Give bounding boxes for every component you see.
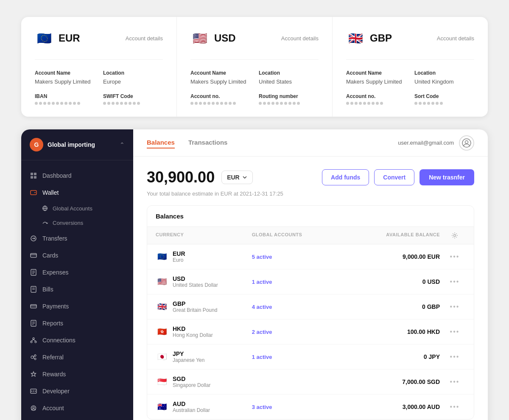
- gbp-details-link[interactable]: Account details: [437, 35, 474, 42]
- eur-flag: 🇪🇺: [35, 29, 53, 48]
- currency-name-usd: United States Dollar: [173, 282, 218, 288]
- brand-name: Global importing: [48, 141, 95, 148]
- flag-aud: 🇦🇺: [156, 400, 168, 413]
- balances-table-title: Balances: [147, 206, 474, 227]
- sidebar-item-wallet[interactable]: Wallet: [21, 184, 133, 201]
- sidebar-item-rewards[interactable]: Rewards: [21, 366, 133, 383]
- gbp-account-name-label: Account Name: [346, 70, 406, 76]
- sidebar-item-bills[interactable]: Bills: [21, 281, 133, 298]
- table-row-gbp: 🇬🇧 GBP Great Britain Pound 4 active 0 GB…: [147, 294, 474, 319]
- tab-transactions[interactable]: Transactions: [188, 137, 228, 148]
- currency-selector[interactable]: EUR: [221, 171, 253, 184]
- eur-currency-name: EUR: [59, 32, 80, 44]
- row-menu-jpy[interactable]: •••: [444, 353, 465, 361]
- svg-rect-2: [31, 176, 33, 179]
- gbp-card: 🇬🇧 GBP Account details Account Name Make…: [333, 17, 488, 117]
- balance-row: 30,900.00 EUR Add funds Convert New tras…: [147, 168, 474, 186]
- sidebar-nav: Dashboard Wallet: [21, 160, 133, 420]
- svg-rect-19: [31, 305, 36, 308]
- eur-details-link[interactable]: Account details: [126, 35, 163, 42]
- balance-eur: 9,000.00 EUR: [348, 253, 444, 260]
- sidebar-item-label-dashboard: Dashboard: [42, 172, 72, 179]
- sidebar-item-connections[interactable]: Connections: [21, 332, 133, 349]
- expenses-icon: [30, 269, 37, 276]
- currency-cell-jpy: 🇯🇵 JPY Japanese Yen: [156, 350, 252, 363]
- active-badge-jpy[interactable]: 1 active: [252, 354, 348, 360]
- user-avatar[interactable]: [459, 135, 474, 151]
- balances-table: Balances CURRENCY GLOBAL ACCOUNTS AVAILA…: [147, 205, 474, 420]
- currency-code-aud: AUD: [173, 400, 210, 407]
- row-menu-eur[interactable]: •••: [444, 253, 465, 260]
- usd-account-no-dots: [190, 102, 250, 105]
- svg-rect-3: [34, 176, 36, 179]
- rewards-icon: [30, 370, 37, 378]
- balance-sgd: 7,000.00 SGD: [348, 378, 444, 385]
- gbp-sort-label: Sort Code: [414, 93, 474, 99]
- flag-eur: 🇪🇺: [156, 250, 168, 263]
- usd-account-name-label: Account Name: [190, 70, 250, 76]
- active-badge-aud[interactable]: 3 active: [252, 404, 348, 410]
- wallet-icon: [30, 189, 37, 196]
- currency-code-usd: USD: [173, 275, 218, 282]
- sidebar-item-label-expenses: Expenses: [42, 269, 68, 276]
- currency-name-gbp: Great Britain Pound: [173, 307, 217, 313]
- sidebar-item-label-developer: Developer: [42, 388, 70, 395]
- svg-rect-0: [31, 173, 33, 175]
- active-badge-gbp[interactable]: 4 active: [252, 304, 348, 310]
- col-global-accounts: GLOBAL ACCOUNTS: [252, 232, 348, 239]
- convert-button[interactable]: Convert: [374, 169, 414, 185]
- eur-iban-dots: [35, 102, 95, 105]
- eur-location-label: Location: [103, 70, 163, 76]
- dashboard-container: G Global importing ⌃ D: [21, 129, 488, 420]
- usd-details-link[interactable]: Account details: [281, 35, 319, 42]
- active-badge-eur[interactable]: 5 active: [252, 254, 348, 260]
- sidebar-item-transfers[interactable]: Transfers: [21, 230, 133, 247]
- balance-section: 30,900.00 EUR Add funds Convert New tras…: [133, 157, 488, 205]
- flag-usd: 🇺🇸: [156, 275, 168, 288]
- balance-usd: 0 USD: [348, 278, 444, 285]
- row-menu-sgd[interactable]: •••: [444, 378, 465, 386]
- sidebar-item-account[interactable]: Account: [21, 400, 133, 417]
- gbp-flag: 🇬🇧: [346, 29, 365, 48]
- brand-icon: G: [30, 138, 43, 151]
- sidebar-chevron-icon[interactable]: ⌃: [120, 141, 125, 148]
- currency-code-sgd: SGD: [173, 375, 210, 382]
- svg-point-25: [31, 341, 32, 343]
- currency-name-sgd: Singapore Dollar: [173, 382, 210, 388]
- currency-name-jpy: Japanese Yen: [173, 357, 204, 363]
- sidebar-item-cards[interactable]: Cards: [21, 247, 133, 264]
- sidebar-item-referral[interactable]: Referral: [21, 349, 133, 366]
- row-menu-usd[interactable]: •••: [444, 278, 465, 286]
- svg-line-28: [34, 339, 36, 341]
- active-badge-usd[interactable]: 1 active: [252, 279, 348, 285]
- currency-cell-gbp: 🇬🇧 GBP Great Britain Pound: [156, 300, 252, 313]
- eur-account-name-value: Makers Supply Limited: [35, 78, 95, 85]
- sidebar-item-reports[interactable]: Reports: [21, 315, 133, 332]
- currency-cell-aud: 🇦🇺 AUD Australian Dollar: [156, 400, 252, 413]
- sidebar-item-dashboard[interactable]: Dashboard: [21, 167, 133, 184]
- flag-hkd: 🇭🇰: [156, 325, 168, 338]
- sidebar-item-developer[interactable]: Developer: [21, 383, 133, 400]
- sidebar-item-label-transfers: Transfers: [42, 235, 67, 242]
- col-settings[interactable]: [444, 232, 465, 239]
- sidebar-item-conversions[interactable]: Conversions: [21, 216, 133, 230]
- eur-card: 🇪🇺 EUR Account details Account Name Make…: [21, 17, 177, 117]
- row-menu-gbp[interactable]: •••: [444, 303, 465, 311]
- row-menu-aud[interactable]: •••: [444, 403, 465, 411]
- sidebar-item-payments[interactable]: Payments: [21, 298, 133, 315]
- sidebar-item-expenses[interactable]: Expenses: [21, 264, 133, 281]
- tab-balances[interactable]: Balances: [147, 137, 175, 148]
- active-badge-hkd[interactable]: 2 active: [252, 329, 348, 335]
- transfers-icon: [30, 235, 37, 242]
- dashboard-icon: [30, 172, 37, 179]
- conversions-icon: [42, 219, 48, 226]
- add-funds-button[interactable]: Add funds: [322, 169, 369, 185]
- new-transfer-button[interactable]: New trasnfer: [420, 169, 474, 185]
- main-content: Balances Transactions user.email@gmail.c…: [133, 129, 488, 420]
- sidebar-item-global-accounts[interactable]: Global Accounts: [21, 201, 133, 216]
- gbp-account-name-value: Makers Supply Limited: [346, 78, 406, 85]
- row-menu-hkd[interactable]: •••: [444, 328, 465, 336]
- main-section: G Global importing ⌃ D: [0, 125, 509, 420]
- bills-icon: [30, 286, 37, 293]
- table-row-sgd: 🇸🇬 SGD Singapore Dollar 7,000.00 SGD •••: [147, 370, 474, 395]
